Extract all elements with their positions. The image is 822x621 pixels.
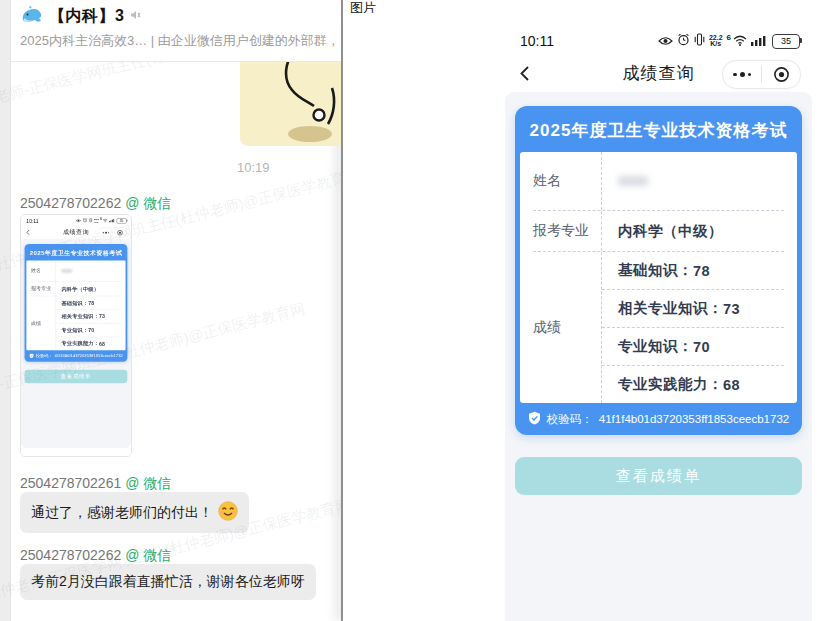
- more-icon: [99, 232, 113, 234]
- wifi-gen-label: 6: [727, 33, 731, 42]
- wechat-tag: @ 微信: [125, 195, 171, 211]
- thumbnail-score-page: 10:11 22.2K/s 6 35: [21, 215, 131, 456]
- score-label: 成绩: [533, 252, 601, 403]
- name-value-redacted: [618, 176, 648, 186]
- score-item: 基础知识：78: [56, 296, 121, 309]
- chat-header[interactable]: 【内科】3 2025内科主治高效3… | 由企业微信用户创建的外部群，: [11, 0, 341, 62]
- view-report-button: 查看成绩单: [515, 457, 802, 495]
- wifi-icon: [733, 32, 747, 50]
- group-title: 【内科】3: [49, 6, 124, 27]
- screen: 【内科】3 2025内科主治高效3… | 由企业微信用户创建的外部群， 杜仲老师…: [0, 0, 822, 621]
- message-bubble[interactable]: 通过了，感谢老师们的付出！: [20, 492, 249, 533]
- page-title: 成绩查询: [623, 62, 695, 85]
- back-icon: [26, 229, 30, 237]
- window-edge-strip: [0, 0, 11, 621]
- smile-emoji-icon: [218, 501, 238, 524]
- back-icon: [519, 65, 530, 86]
- wechat-tag: @ 微信: [125, 475, 171, 491]
- score-item: 专业知识：70: [602, 328, 784, 365]
- status-bar: 10:11 22.2K/s 6 35: [505, 25, 812, 54]
- checksum-label: 校验码：: [547, 412, 593, 427]
- signal-icon: [109, 218, 114, 224]
- chat-timestamp: 10:19: [237, 160, 270, 175]
- view-report-button: 查看成绩单: [25, 370, 128, 384]
- battery-icon: 35: [772, 34, 800, 49]
- chat-message-list: 杜仲老师-正保医学网班主任(杜仲老师)@正保医学教育网 杜仲老师-正保医学网班主…: [11, 58, 341, 621]
- score-item: 相关专业知识：73: [602, 290, 784, 327]
- checksum-value: 41f1f4b01d3720353ff1853ceecb1732: [55, 354, 123, 358]
- message-sender: 2504278702262 @ 微信: [20, 547, 171, 565]
- score-item: 专业实践能力：68: [602, 366, 784, 403]
- score-card: 2025年度卫生专业技术资格考试 姓名 报考专业 内科学（中级）: [515, 106, 802, 435]
- score-item: 基础知识：78: [602, 252, 784, 289]
- checksum-label: 校验码：: [36, 353, 52, 358]
- score-page: 2025年度卫生专业技术资格考试 姓名 报考专业 内科学（中级）: [21, 239, 131, 448]
- message-sender: 2504278702261 @ 微信: [20, 475, 171, 493]
- major-value: 内科学（中级）: [55, 282, 121, 296]
- net-speed: 22.2K/s: [94, 218, 99, 223]
- eye-icon: [76, 218, 81, 224]
- alarm-icon: [83, 218, 88, 224]
- name-value-redacted: [61, 269, 72, 273]
- score-label: 成绩: [31, 296, 55, 350]
- image-preview-panel[interactable]: 图片 10:11 22.2K/s 6 35: [341, 0, 822, 621]
- nav-bar: 成绩查询: [505, 54, 812, 92]
- name-label: 姓名: [31, 260, 55, 281]
- status-bar: 10:11 22.2K/s 6 35: [21, 215, 131, 225]
- score-item: 相关专业知识：73: [56, 310, 121, 323]
- signal-icon: [751, 32, 766, 50]
- vibrate-icon: [89, 218, 93, 224]
- miniprogram-capsule: [722, 60, 801, 89]
- nav-bar: 成绩查询: [21, 225, 131, 239]
- preview-title: 图片: [350, 0, 376, 17]
- previewed-image: 10:11 22.2K/s 6 35 成绩查询: [505, 25, 812, 621]
- eye-icon: [658, 32, 673, 50]
- message-sender: 2504278702262 @ 微信: [20, 195, 171, 213]
- mute-icon: [129, 7, 141, 25]
- more-icon: [723, 72, 761, 77]
- shield-check-icon: [528, 411, 541, 427]
- shield-check-icon: [29, 353, 34, 359]
- status-time: 10:11: [520, 33, 554, 49]
- wifi-icon: [103, 218, 108, 224]
- major-label: 报考专业: [533, 211, 601, 251]
- exam-title: 2025年度卫生专业技术资格考试: [515, 106, 802, 152]
- alarm-icon: [677, 32, 690, 50]
- wechat-tag: @ 微信: [125, 547, 171, 563]
- score-item: 专业知识：70: [56, 323, 121, 336]
- score-card: 2025年度卫生专业技术资格考试 姓名 报考专业 内科学（中级）: [25, 244, 128, 362]
- miniprogram-capsule: [99, 228, 127, 238]
- exam-title: 2025年度卫生专业技术资格考试: [25, 244, 128, 260]
- checksum-value: 41f1f4b01d3720353ff1853ceecb1732: [599, 413, 789, 425]
- checksum-row: 校验码：41f1f4b01d3720353ff1853ceecb1732: [25, 350, 128, 361]
- chat-panel: 【内科】3 2025内科主治高效3… | 由企业微信用户创建的外部群， 杜仲老师…: [0, 0, 341, 621]
- major-label: 报考专业: [31, 282, 55, 296]
- battery-icon: 35: [117, 218, 127, 223]
- checksum-row: 校验码：41f1f4b01d3720353ff1853ceecb1732: [515, 403, 802, 435]
- score-item: 专业实践能力：68: [56, 337, 121, 350]
- image-message-thumbnail[interactable]: 10:11 22.2K/s 6 35: [20, 214, 132, 457]
- name-label: 姓名: [533, 152, 601, 210]
- capsule-target-icon: [762, 66, 800, 83]
- score-page: 2025年度卫生专业技术资格考试 姓名 报考专业 内科学（中级）: [505, 92, 812, 621]
- major-value: 内科学（中级）: [601, 211, 784, 251]
- group-subtitle: 2025内科主治高效3… | 由企业微信用户创建的外部群，: [20, 32, 341, 50]
- capsule-target-icon: [113, 230, 127, 236]
- page-title: 成绩查询: [63, 228, 89, 236]
- net-speed: 22.2K/s: [709, 35, 723, 48]
- partial-sticker-image[interactable]: [240, 48, 341, 146]
- message-bubble[interactable]: 考前2月没白跟着直播忙活，谢谢各位老师呀: [20, 564, 316, 600]
- whale-emoji-icon: [20, 5, 44, 28]
- vibrate-icon: [694, 32, 705, 50]
